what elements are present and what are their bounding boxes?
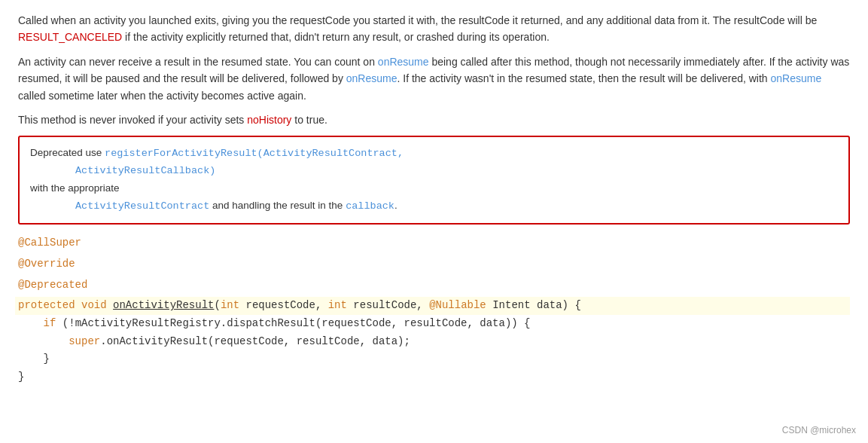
para1: Called when an activity you launched exi… [18, 12, 850, 46]
deprecated-link2[interactable]: ActivityResultCallback) [75, 163, 838, 180]
deprecated-link3[interactable]: ActivityResultContract [75, 200, 209, 212]
on-resume-link2[interactable]: onResume [346, 72, 397, 84]
annotation-callsuper: @CallSuper [18, 232, 850, 253]
code-line2: if (!mActivityResultRegistry.dispatchRes… [18, 315, 850, 333]
para2-mid2: . If the activity wasn't in the resumed … [397, 72, 771, 84]
on-resume-link1[interactable]: onResume [378, 56, 429, 68]
watermark: CSDN @microhex [782, 425, 856, 435]
on-resume-link3[interactable]: onResume [771, 72, 822, 84]
para3: This method is never invoked if your act… [18, 112, 850, 128]
para1-rest: if the activity explicitly returned that… [122, 31, 550, 43]
deprecated-mid: with the appropriate [30, 182, 120, 194]
code-line1: protected void onActivityResult(int requ… [15, 297, 850, 315]
deprecated-box: Deprecated use registerForActivityResult… [18, 136, 850, 225]
content-area: Called when an activity you launched exi… [0, 0, 868, 399]
deprecated-link1[interactable]: registerForActivityResult(ActivityResult… [105, 148, 404, 159]
code-line3: super.onActivityResult(requestCode, resu… [18, 333, 850, 351]
no-history-link[interactable]: noHistory [247, 114, 291, 126]
para2-start: An activity can never receive a result i… [18, 56, 378, 68]
deprecated-end: and handling the result in the [209, 200, 346, 211]
deprecated-label: Deprecated use [30, 147, 105, 158]
code-line5: } [18, 368, 850, 386]
annotations-block: @CallSuper @Override @Deprecated [18, 232, 850, 295]
code-line4: } [18, 350, 850, 368]
result-canceled-link[interactable]: RESULT_CANCELED [18, 31, 122, 43]
code-block: protected void onActivityResult(int requ… [18, 297, 850, 386]
para2-end: called sometime later when the activity … [18, 90, 306, 102]
para3-end: to true. [291, 114, 327, 126]
para3-start: This method is never invoked if your act… [18, 114, 247, 126]
para2: An activity can never receive a result i… [18, 53, 850, 104]
para1-text: Called when an activity you launched exi… [18, 14, 817, 26]
deprecated-link4[interactable]: callback [346, 200, 394, 212]
deprecated-period: . [394, 200, 397, 211]
annotation-override: @Override [18, 253, 850, 274]
annotation-deprecated: @Deprecated [18, 274, 850, 295]
